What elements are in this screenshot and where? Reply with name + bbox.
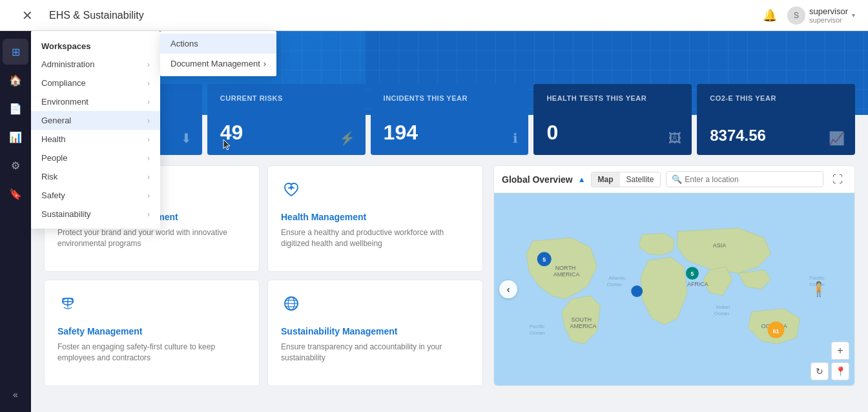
ws-item-administration[interactable]: Administration › [31, 55, 160, 74]
ws-arrow-health: › [147, 135, 150, 144]
module-desc-sustainability: Ensure transparency and accountability i… [281, 342, 470, 364]
world-map-svg: NORTH AMERICA SOUTH AMERICA AFRICA ASIA … [494, 193, 854, 386]
stat-label-incidents: INCIDENTS THIS YEAR [384, 94, 516, 102]
top-bar-right: 🔔 S supervisor supervisor ▾ [763, 6, 855, 25]
user-role-label: supervisor [809, 16, 848, 24]
stat-label-co2: CO2-E THIS YEAR [710, 94, 842, 102]
svg-text:61: 61 [772, 328, 779, 335]
module-title-safety: Safety Management [57, 326, 246, 336]
module-title-health: Health Management [281, 212, 470, 222]
module-title-sustainability: Sustainability Management [281, 326, 470, 336]
ws-item-health[interactable]: Health › [31, 130, 160, 149]
workspaces-title: Workspaces [31, 36, 160, 55]
module-card-safety[interactable]: Safety Management Foster an engaging saf… [44, 280, 260, 386]
ws-arrow-general: › [147, 116, 150, 125]
ws-item-compliance[interactable]: Compliance › [31, 74, 160, 92]
sidebar-collapse-button[interactable]: « [3, 385, 28, 404]
svg-text:Ocean: Ocean [714, 311, 729, 316]
map-prev-button[interactable]: ‹ [499, 280, 517, 298]
stat-icon-health-tests: 🖼 [668, 131, 681, 146]
svg-text:AMERICA: AMERICA [570, 323, 597, 329]
map-search-input[interactable] [685, 175, 818, 184]
stat-label-risks: CURRENT RISKS [220, 94, 353, 102]
person-figure-icon: 🧍 [810, 281, 827, 298]
ws-arrow-safety: › [147, 191, 150, 200]
ws-arrow-people: › [147, 154, 150, 163]
stat-card-risks[interactable]: CURRENT RISKS 49 ⚡ [207, 84, 366, 155]
stat-icon-incidents: ℹ [513, 130, 518, 146]
ws-item-safety[interactable]: Safety › [31, 186, 160, 205]
map-tab-map[interactable]: Map [592, 172, 620, 187]
sidebar-icon-document[interactable]: 📄 [3, 96, 28, 121]
stat-card-health-tests[interactable]: HEALTH TESTS THIS YEAR 0 🖼 [533, 84, 692, 155]
workspaces-dropdown: Workspaces Administration › Compliance ›… [31, 31, 160, 229]
map-expand-icon[interactable]: ⛶ [829, 172, 847, 187]
global-overview-collapse-icon[interactable]: ▲ [578, 175, 586, 184]
module-desc-environment: Protect your brand and your world with i… [57, 227, 246, 249]
svg-text:NORTH: NORTH [555, 265, 576, 271]
sidebar-icon-chart[interactable]: 📊 [3, 124, 28, 150]
username-label: supervisor [809, 6, 848, 16]
map-tab-satellite[interactable]: Satellite [620, 172, 661, 187]
submenu-arrow-docmgmt: › [264, 59, 266, 68]
ws-arrow-compliance: › [147, 79, 150, 88]
ws-arrow-sustainability: › [147, 210, 150, 219]
map-refresh-button[interactable]: ↻ [811, 362, 829, 380]
map-zoom-in-button[interactable]: + [831, 342, 849, 360]
stat-card-incidents[interactable]: INCIDENTS THIS YEAR 194 ℹ [371, 84, 529, 155]
module-card-health[interactable]: Health Management Ensure a healthy and p… [267, 165, 483, 272]
svg-text:AMERICA: AMERICA [553, 271, 580, 278]
map-search-icon: 🔍 [672, 174, 682, 184]
map-search-box: 🔍 [666, 171, 823, 187]
safety-icon [57, 293, 246, 318]
svg-text:Pacific: Pacific [809, 275, 824, 281]
stat-value-incidents: 194 [384, 121, 516, 145]
global-overview-title: Global Overview [502, 174, 573, 185]
sidebar-icon-grid[interactable]: ⊞ [3, 39, 28, 65]
sidebar-icon-bookmark[interactable]: 🔖 [3, 181, 28, 207]
notification-bell-icon[interactable]: 🔔 [763, 8, 777, 23]
app-title: EHS & Sustainability [49, 10, 763, 21]
svg-text:ASIA: ASIA [713, 242, 726, 249]
map-action-buttons: ↻ 📍 [811, 362, 849, 380]
user-menu[interactable]: S supervisor supervisor ▾ [787, 6, 855, 25]
chevron-down-icon: ▾ [852, 12, 855, 19]
stat-icon-co2: 📈 [829, 130, 845, 146]
svg-text:Indian: Indian [716, 304, 730, 310]
submenu-actions[interactable]: Actions [160, 34, 276, 54]
ws-item-general[interactable]: General › [31, 111, 160, 130]
svg-text:Pacific: Pacific [530, 324, 544, 329]
avatar: S [787, 6, 805, 25]
ws-item-sustainability[interactable]: Sustainability › [31, 205, 160, 223]
stat-icon-risks: ⚡ [339, 130, 355, 146]
map-zoom-controls: + [831, 342, 849, 360]
map-header-row: Global Overview ▲ Map Satellite 🔍 ⛶ [494, 166, 854, 193]
stat-value-health-tests: 0 [546, 121, 679, 145]
svg-text:Ocean: Ocean [530, 330, 544, 336]
module-card-sustainability[interactable]: Sustainability Management Ensure transpa… [267, 280, 483, 386]
sidebar-icon-settings[interactable]: ⚙ [3, 152, 28, 178]
ws-item-environment[interactable]: Environment › [31, 92, 160, 111]
submenu-document-management[interactable]: Document Management › [160, 54, 276, 74]
svg-text:Atlantic: Atlantic [608, 275, 625, 281]
stat-label-health-tests: HEALTH TESTS THIS YEAR [546, 94, 679, 102]
ws-arrow-administration: › [147, 60, 150, 69]
stat-value-risks: 49 [220, 121, 353, 145]
svg-text:5: 5 [542, 256, 546, 263]
sidebar-icon-home[interactable]: 🏠 [3, 67, 28, 93]
top-bar: ✕ EHS & Sustainability 🔔 S supervisor su… [0, 0, 868, 31]
global-overview-panel: Global Overview ▲ Map Satellite 🔍 ⛶ [493, 165, 855, 386]
stat-icon-locations: ⬇ [181, 130, 192, 146]
svg-text:5: 5 [690, 271, 694, 277]
health-icon [281, 179, 470, 204]
svg-text:SOUTH: SOUTH [572, 316, 592, 323]
ws-arrow-risk: › [147, 172, 150, 181]
ws-item-people[interactable]: People › [31, 149, 160, 167]
stat-value-co2: 8374.56 [710, 127, 842, 145]
svg-text:AFRICA: AFRICA [687, 281, 708, 287]
map-location-button[interactable]: 📍 [831, 362, 849, 380]
stat-card-co2[interactable]: CO2-E THIS YEAR 8374.56 📈 [697, 84, 855, 155]
ws-item-risk[interactable]: Risk › [31, 167, 160, 186]
general-submenu: Actions Document Management › [160, 31, 276, 76]
app-logo-icon: ✕ [13, 8, 41, 23]
